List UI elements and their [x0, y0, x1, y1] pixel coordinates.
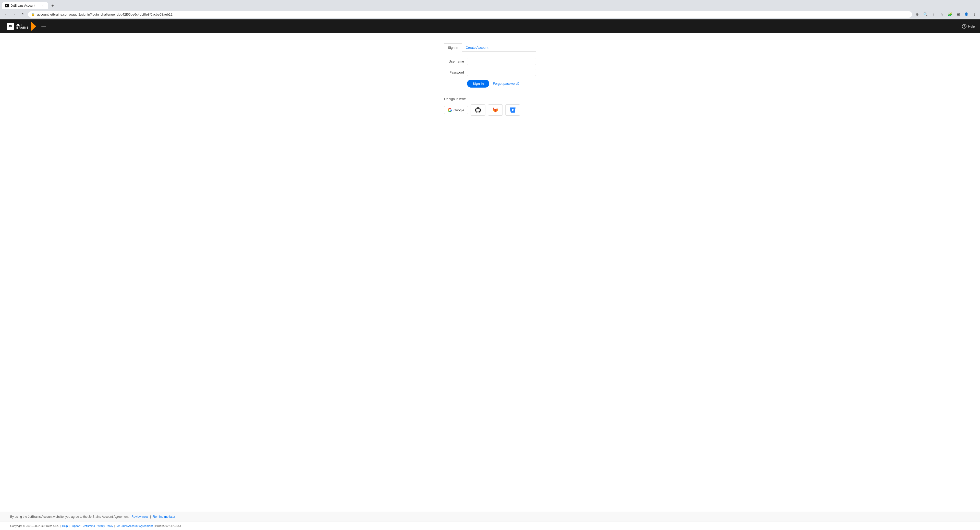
cookie-text: By using the JetBrains Account website, …	[10, 515, 129, 519]
password-row: Password	[444, 68, 536, 76]
logo-text: JET BRAINS	[16, 24, 29, 29]
social-row: Google	[444, 104, 536, 116]
bitbucket-sign-in-button[interactable]	[505, 104, 520, 116]
translate-button[interactable]: ⊕	[914, 11, 921, 18]
logo-area: JB JET BRAINS —	[5, 21, 46, 32]
help-label: Help	[968, 24, 975, 28]
username-input[interactable]	[467, 58, 536, 65]
tab-signin[interactable]: Sign In	[444, 43, 462, 52]
page-wrapper: JB JET BRAINS — ? Help Sign In Cre	[0, 19, 980, 530]
help-icon: ?	[962, 24, 966, 29]
footer-help-link[interactable]: Help	[62, 524, 68, 527]
form-actions: Sign In Forgot password?	[444, 80, 536, 88]
tab-favicon: JB	[5, 4, 9, 7]
cookie-bar: By using the JetBrains Account website, …	[0, 512, 980, 522]
cookie-separator: |	[150, 515, 151, 519]
github-icon	[474, 107, 482, 114]
footer-agreement-link[interactable]: JetBrains Account Agreement	[116, 524, 153, 527]
tab-bar: JB JetBrains Account × +	[0, 0, 980, 9]
footer-sep-1: |	[60, 524, 61, 527]
site-footer: Copyright © 2000–2022 JetBrains s.r.o. |…	[0, 522, 980, 530]
or-sign-in-label: Or sign in with:	[444, 97, 536, 101]
password-label: Password	[444, 70, 467, 74]
sign-in-button[interactable]: Sign In	[467, 80, 489, 88]
gitlab-icon	[492, 107, 499, 114]
logo-arrow	[31, 22, 39, 31]
zoom-button[interactable]: 🔍	[922, 11, 929, 18]
site-header: JB JET BRAINS — ? Help	[0, 19, 980, 33]
github-sign-in-button[interactable]	[471, 104, 485, 116]
forgot-password-link[interactable]: Forgot password?	[493, 82, 519, 86]
logo-jb-letters: JB	[6, 23, 14, 30]
main-content: Sign In Create Account Username Password…	[0, 33, 980, 512]
extensions-button[interactable]: 🧩	[946, 11, 953, 18]
profile-button[interactable]: 👤	[963, 11, 970, 18]
omnibar-actions: ⊕ 🔍 ↑ ☆ 🧩 ▣ 👤 ⋮	[914, 11, 978, 18]
tab-create-account[interactable]: Create Account	[462, 43, 492, 52]
gitlab-sign-in-button[interactable]	[488, 104, 503, 116]
review-now-link[interactable]: Review now	[131, 515, 148, 519]
share-button[interactable]: ↑	[930, 11, 937, 18]
refresh-button[interactable]: ↻	[19, 11, 27, 18]
lock-icon: 🔒	[31, 13, 35, 16]
svg-marker-0	[31, 22, 36, 31]
new-tab-button[interactable]: +	[49, 2, 56, 9]
bitbucket-icon	[509, 107, 516, 114]
tab-close-button[interactable]: ×	[41, 3, 45, 8]
logo-dash: —	[41, 24, 46, 29]
remind-later-link[interactable]: Remind me later	[153, 515, 175, 519]
google-icon	[448, 108, 452, 112]
footer-sep-2: |	[69, 524, 70, 527]
tab-title: JetBrains Account	[11, 4, 39, 7]
password-input[interactable]	[467, 68, 536, 76]
menu-button[interactable]: ⋮	[971, 11, 978, 18]
browser-chrome: JB JetBrains Account × + ‹ › ↻ 🔒 account…	[0, 0, 980, 19]
footer-sep-4: |	[114, 524, 115, 527]
url-display: account.jetbrains.com/oauth2/signin?logi…	[37, 13, 909, 16]
username-label: Username	[444, 59, 467, 63]
footer-privacy-link[interactable]: JetBrains Privacy Policy	[83, 524, 113, 527]
logo-jb-box: JB	[5, 21, 15, 32]
footer-sep-3: |	[81, 524, 82, 527]
help-link[interactable]: ? Help	[962, 24, 975, 29]
bookmark-button[interactable]: ☆	[938, 11, 945, 18]
forward-button[interactable]: ›	[11, 11, 18, 18]
google-sign-in-button[interactable]: Google	[444, 106, 468, 114]
logo-brains: BRAINS	[16, 26, 29, 29]
username-row: Username	[444, 58, 536, 65]
omnibar[interactable]: 🔒 account.jetbrains.com/oauth2/signin?lo…	[28, 11, 912, 18]
form-tabs: Sign In Create Account	[444, 43, 536, 52]
google-label: Google	[453, 108, 464, 112]
active-tab: JB JetBrains Account ×	[2, 2, 48, 9]
footer-support-link[interactable]: Support	[71, 524, 81, 527]
back-button[interactable]: ‹	[2, 11, 9, 18]
omnibar-row: ‹ › ↻ 🔒 account.jetbrains.com/oauth2/sig…	[0, 9, 980, 19]
footer-build: | Build #2022.12-3054	[154, 524, 181, 527]
tab-switcher-button[interactable]: ▣	[955, 11, 962, 18]
copyright-text: Copyright © 2000–2022 JetBrains s.r.o.	[10, 524, 59, 527]
form-container: Sign In Create Account Username Password…	[444, 43, 536, 116]
